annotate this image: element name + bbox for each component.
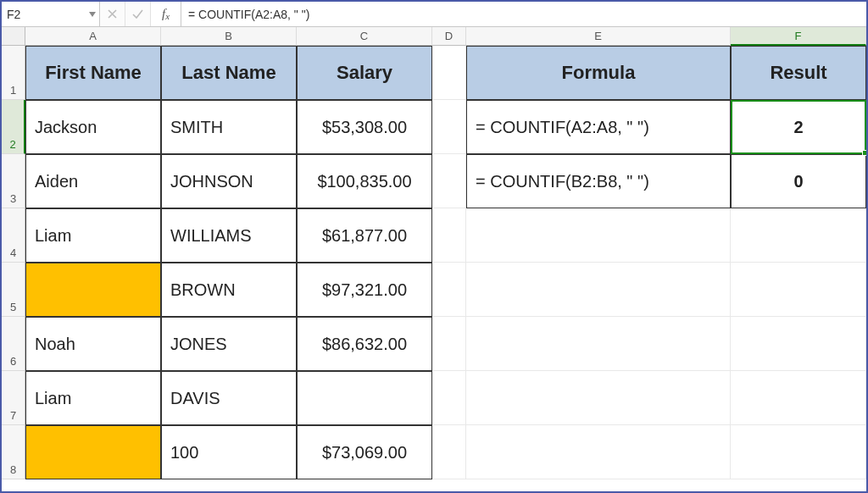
col-header-B[interactable]: B xyxy=(161,27,297,46)
chevron-down-icon[interactable] xyxy=(86,2,99,26)
cell-E6[interactable] xyxy=(466,317,731,371)
worksheet[interactable]: A B C D E F 1 First Name Last Name Salar… xyxy=(2,27,866,491)
cell-D1[interactable] xyxy=(432,46,466,100)
cell-F8[interactable] xyxy=(731,425,866,479)
cell-D2[interactable] xyxy=(432,100,466,154)
row-header-4[interactable]: 4 xyxy=(2,208,25,263)
cell-B5[interactable]: BROWN xyxy=(161,263,297,317)
cell-A4[interactable]: Liam xyxy=(25,208,161,263)
cell-D5[interactable] xyxy=(432,263,466,317)
cell-E4[interactable] xyxy=(466,208,731,263)
cell-D7[interactable] xyxy=(432,371,466,425)
col-header-E[interactable]: E xyxy=(466,27,731,46)
cell-F6[interactable] xyxy=(731,317,866,371)
row-header-2[interactable]: 2 xyxy=(2,100,25,154)
cell-B7[interactable]: DAVIS xyxy=(161,371,297,425)
cell-F7[interactable] xyxy=(731,371,866,425)
cell-C6[interactable]: $86,632.00 xyxy=(297,317,432,371)
cell-A5[interactable] xyxy=(25,263,161,317)
name-box[interactable]: F2 xyxy=(2,2,100,26)
grid-body: 1 First Name Last Name Salary Formula Re… xyxy=(2,46,866,479)
col-header-C[interactable]: C xyxy=(297,27,432,46)
name-box-value: F2 xyxy=(2,8,86,21)
cell-D4[interactable] xyxy=(432,208,466,263)
cell-C3[interactable]: $100,835.00 xyxy=(297,154,432,208)
cell-B2[interactable]: SMITH xyxy=(161,100,297,154)
col-header-D[interactable]: D xyxy=(432,27,466,46)
cell-C7[interactable] xyxy=(297,371,432,425)
cell-B4[interactable]: WILLIAMS xyxy=(161,208,297,263)
cell-A2[interactable]: Jackson xyxy=(25,100,161,154)
cell-C2[interactable]: $53,308.00 xyxy=(297,100,432,154)
fx-icon[interactable]: fx xyxy=(151,2,181,26)
cell-B8[interactable]: 100 xyxy=(161,425,297,479)
cell-B6[interactable]: JONES xyxy=(161,317,297,371)
cell-F5[interactable] xyxy=(731,263,866,317)
app-frame: F2 fx = COUNTIF(A2:A8, " ") A B C D E F xyxy=(0,0,868,493)
cell-F1[interactable]: Result xyxy=(731,46,866,100)
cell-A3[interactable]: Aiden xyxy=(25,154,161,208)
cell-C8[interactable]: $73,069.00 xyxy=(297,425,432,479)
cell-B3[interactable]: JOHNSON xyxy=(161,154,297,208)
cell-F4[interactable] xyxy=(731,208,866,263)
cell-D8[interactable] xyxy=(432,425,466,479)
formula-bar: F2 fx = COUNTIF(A2:A8, " ") xyxy=(2,2,866,27)
cell-B1[interactable]: Last Name xyxy=(161,46,297,100)
cell-F2[interactable]: 2 xyxy=(731,100,866,154)
row-header-1[interactable]: 1 xyxy=(2,46,25,100)
select-all-corner[interactable] xyxy=(2,27,25,46)
col-header-F[interactable]: F xyxy=(731,27,866,46)
cell-E3[interactable]: = COUNTIF(B2:B8, " ") xyxy=(466,154,731,208)
column-headers: A B C D E F xyxy=(2,27,866,46)
cell-A8[interactable] xyxy=(25,425,161,479)
cell-D3[interactable] xyxy=(432,154,466,208)
row-header-3[interactable]: 3 xyxy=(2,154,25,208)
cancel-formula-icon[interactable] xyxy=(100,2,125,26)
cell-C4[interactable]: $61,877.00 xyxy=(297,208,432,263)
row-header-5[interactable]: 5 xyxy=(2,263,25,317)
cell-F3[interactable]: 0 xyxy=(731,154,866,208)
cell-E7[interactable] xyxy=(466,371,731,425)
accept-formula-icon[interactable] xyxy=(125,2,151,26)
cell-E8[interactable] xyxy=(466,425,731,479)
cell-A6[interactable]: Noah xyxy=(25,317,161,371)
cell-C1[interactable]: Salary xyxy=(297,46,432,100)
cell-C5[interactable]: $97,321.00 xyxy=(297,263,432,317)
cell-E2[interactable]: = COUNTIF(A2:A8, " ") xyxy=(466,100,731,154)
row-header-6[interactable]: 6 xyxy=(2,317,25,371)
cell-D6[interactable] xyxy=(432,317,466,371)
col-header-A[interactable]: A xyxy=(25,27,161,46)
row-header-8[interactable]: 8 xyxy=(2,425,25,479)
formula-input[interactable]: = COUNTIF(A2:A8, " ") xyxy=(181,2,866,26)
cell-A1[interactable]: First Name xyxy=(25,46,161,100)
cell-E5[interactable] xyxy=(466,263,731,317)
row-header-7[interactable]: 7 xyxy=(2,371,25,425)
cell-E1[interactable]: Formula xyxy=(466,46,731,100)
cell-A7[interactable]: Liam xyxy=(25,371,161,425)
